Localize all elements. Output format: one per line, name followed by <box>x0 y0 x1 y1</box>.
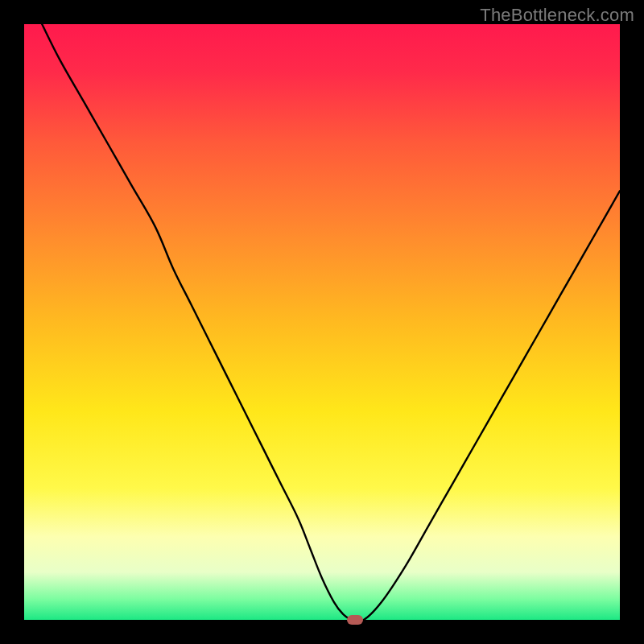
bottleneck-chart <box>24 24 620 620</box>
optimum-marker <box>347 615 363 625</box>
chart-frame: TheBottleneck.com <box>0 0 644 644</box>
watermark-text: TheBottleneck.com <box>480 5 634 26</box>
gradient-background <box>24 24 620 620</box>
